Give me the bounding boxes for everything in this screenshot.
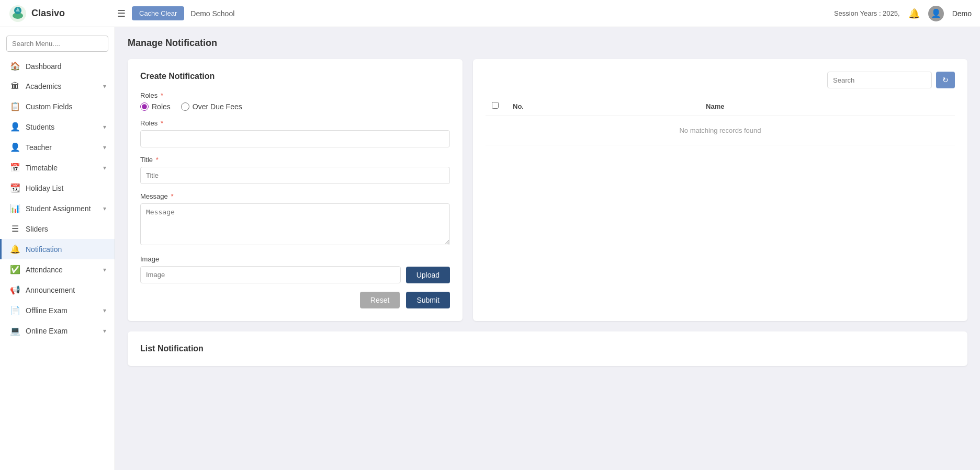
user-avatar[interactable]: 👤	[928, 6, 944, 21]
offline-exam-icon: 📄	[10, 305, 20, 315]
radio-roles-input[interactable]	[140, 102, 149, 111]
radio-overdue-input[interactable]	[181, 102, 189, 111]
sidebar-item-label: Announcement	[26, 286, 75, 294]
chevron-down-icon: ▾	[103, 266, 106, 273]
chevron-down-icon: ▾	[103, 327, 106, 335]
select-all-checkbox[interactable]	[492, 102, 499, 109]
refresh-button[interactable]: ↻	[936, 72, 955, 88]
table-col-name: Name	[700, 97, 955, 116]
sidebar-item-label: Sliders	[26, 225, 48, 233]
message-textarea[interactable]	[140, 203, 450, 245]
sidebar-item-label: Teacher	[26, 143, 52, 152]
sidebar-item-attendance[interactable]: ✅ Attendance ▾	[0, 259, 115, 280]
radio-roles-option[interactable]: Roles	[140, 102, 171, 111]
sidebar-item-label: Timetable	[26, 164, 58, 172]
logo-icon	[8, 4, 27, 23]
sidebar-item-student-assignment[interactable]: 📊 Student Assignment ▾	[0, 198, 115, 219]
sidebar-item-academics[interactable]: 🏛 Academics ▾	[0, 76, 115, 96]
sidebar-item-custom-fields[interactable]: 📋 Custom Fields	[0, 96, 115, 117]
cache-clear-button[interactable]: Cache Clear	[132, 6, 184, 20]
upload-button[interactable]: Upload	[406, 267, 450, 283]
right-panel: ↻ No. Name	[473, 59, 967, 321]
logo: Clasivo	[8, 4, 113, 23]
notification-bell-icon: 🔔	[10, 244, 20, 254]
sidebar-item-notification[interactable]: 🔔 Notification	[0, 239, 115, 259]
custom-fields-icon: 📋	[10, 101, 20, 111]
sidebar-item-label: Custom Fields	[26, 102, 72, 111]
school-name: Demo School	[190, 9, 234, 18]
dashboard-icon: 🏠	[10, 61, 20, 71]
sidebar-item-students[interactable]: 👤 Students ▾	[0, 117, 115, 137]
logo-text: Clasivo	[31, 8, 65, 19]
search-input[interactable]	[827, 72, 932, 88]
message-label: Message *	[140, 192, 450, 200]
create-notification-panel: Create Notification Roles * Roles	[128, 59, 463, 321]
table-body: No matching records found	[486, 116, 955, 145]
roles-input[interactable]	[140, 130, 450, 147]
sidebar: 🏠 Dashboard 🏛 Academics ▾ 📋 Custom Field…	[0, 27, 115, 470]
radio-overdue-label: Over Due Fees	[193, 102, 242, 111]
sidebar-item-teacher[interactable]: 👤 Teacher ▾	[0, 137, 115, 157]
notification-icon[interactable]: 🔔	[908, 8, 920, 19]
chevron-down-icon: ▾	[103, 307, 106, 314]
table-checkbox-header	[486, 97, 506, 116]
sidebar-item-timetable[interactable]: 📅 Timetable ▾	[0, 157, 115, 178]
image-label: Image	[140, 255, 450, 263]
required-indicator: *	[171, 192, 173, 200]
sidebar-item-offline-exam[interactable]: 📄 Offline Exam ▾	[0, 300, 115, 320]
chevron-down-icon: ▾	[103, 205, 106, 212]
main-content: Manage Notification Create Notification …	[115, 27, 980, 470]
layout: 🏠 Dashboard 🏛 Academics ▾ 📋 Custom Field…	[0, 27, 980, 470]
roles-field-group: Roles *	[140, 119, 450, 147]
online-exam-icon: 💻	[10, 326, 20, 336]
chevron-down-icon: ▾	[103, 164, 106, 171]
reset-button[interactable]: Reset	[360, 292, 400, 308]
sidebar-item-label: Offline Exam	[26, 306, 67, 315]
sidebar-item-sliders[interactable]: ☰ Sliders	[0, 219, 115, 239]
timetable-icon: 📅	[10, 163, 20, 173]
chevron-down-icon: ▾	[103, 144, 106, 151]
chevron-down-icon: ▾	[103, 123, 106, 131]
table-col-no: No.	[506, 97, 700, 116]
academics-icon: 🏛	[10, 82, 20, 91]
sidebar-item-holiday-list[interactable]: 📆 Holiday List	[0, 178, 115, 198]
list-notification-panel: List Notification	[128, 331, 967, 366]
page-title: Manage Notification	[128, 38, 967, 49]
sidebar-item-dashboard[interactable]: 🏠 Dashboard	[0, 56, 115, 76]
table-header: No. Name	[486, 97, 955, 116]
title-field-group: Title *	[140, 156, 450, 184]
username: Demo	[952, 9, 972, 18]
holiday-list-icon: 📆	[10, 183, 20, 193]
session-label: Session Years : 2025,	[834, 9, 900, 17]
sidebar-search-container	[0, 31, 115, 56]
search-menu-input[interactable]	[6, 36, 108, 52]
title-input[interactable]	[140, 167, 450, 184]
title-label: Title *	[140, 156, 450, 164]
attendance-icon: ✅	[10, 265, 20, 274]
sidebar-item-label: Academics	[26, 82, 61, 90]
roles-radio-group: Roles * Roles Over Due Fees	[140, 91, 450, 111]
data-table: No. Name No matching records found	[486, 97, 955, 145]
students-icon: 👤	[10, 122, 20, 132]
sidebar-item-announcement[interactable]: 📢 Announcement	[0, 280, 115, 300]
sidebar-item-label: Students	[26, 123, 54, 131]
sidebar-item-label: Student Assignment	[26, 204, 91, 213]
sidebar-item-online-exam[interactable]: 💻 Online Exam ▾	[0, 320, 115, 341]
roles-radio-options: Roles Over Due Fees	[140, 102, 450, 111]
create-notification-title: Create Notification	[140, 72, 450, 81]
message-field-group: Message *	[140, 192, 450, 247]
required-indicator: *	[156, 156, 159, 164]
hamburger-icon[interactable]: ☰	[117, 8, 126, 19]
radio-overdue-option[interactable]: Over Due Fees	[181, 102, 242, 111]
chevron-down-icon: ▾	[103, 83, 106, 90]
sidebar-item-label: Dashboard	[26, 62, 62, 71]
list-notification-title: List Notification	[140, 344, 955, 353]
required-indicator: *	[161, 91, 163, 99]
radio-roles-label: Roles	[152, 102, 171, 111]
refresh-icon: ↻	[942, 76, 949, 84]
student-assignment-icon: 📊	[10, 203, 20, 213]
image-input[interactable]	[140, 266, 401, 283]
form-actions: Reset Submit	[140, 292, 450, 308]
panels-row: Create Notification Roles * Roles	[128, 59, 967, 321]
submit-button[interactable]: Submit	[406, 292, 450, 308]
